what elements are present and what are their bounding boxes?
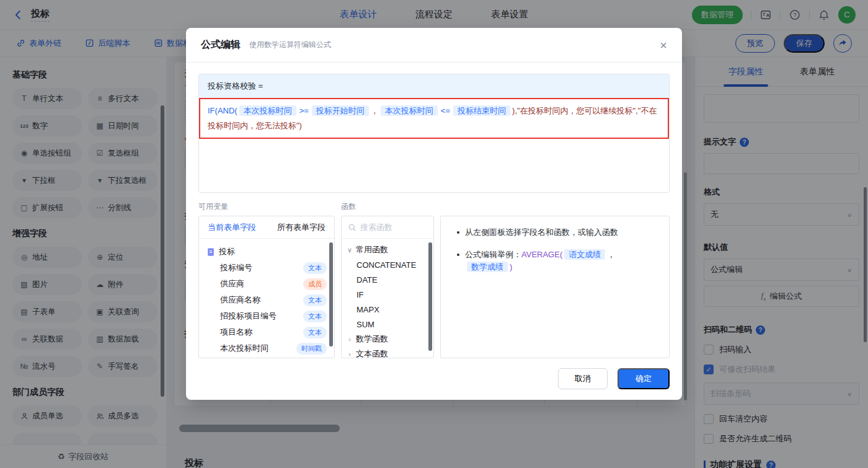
type-badge: 时间戳 [296, 343, 327, 355]
function-search-input[interactable] [360, 223, 422, 232]
formula-box: 投标资格校验 = IF(AND(本次投标时间>=投标开始时间，本次投标时间<=投… [198, 74, 670, 193]
function-group-label: 数学函数 [356, 333, 388, 345]
field-chip[interactable]: 本次投标时间 [381, 105, 438, 116]
variable-供应商[interactable]: 供应商成员 [206, 276, 334, 292]
variable-name: 本次投标时间 [220, 343, 296, 354]
field-chip[interactable]: 本次投标时间 [239, 105, 296, 116]
variable-本次投标时间[interactable]: 本次投标时间时间戳 [206, 340, 334, 356]
tab-all-form-fields[interactable]: 所有表单字段 [277, 222, 326, 233]
chevron-down-icon: ∨ [347, 246, 353, 254]
formula-error-highlight: IF(AND(本次投标时间>=投标开始时间，本次投标时间<=投标结束时间),"在… [199, 98, 669, 139]
formula-token: ， [607, 250, 615, 259]
function-search [342, 216, 433, 239]
variables-scrollbar[interactable] [329, 242, 333, 347]
function-group-label: 文本函数 [356, 348, 388, 358]
modal-body: 投标资格校验 = IF(AND(本次投标时间>=投标开始时间，本次投标时间<=投… [186, 63, 682, 402]
variable-项目名称[interactable]: 项目名称文本 [206, 324, 334, 340]
variables-label: 可用变量 [198, 201, 341, 212]
variables-panel: 当前表单字段 所有表单字段 投标投标编号文本供应商成员供应商名称文本招投标项目编… [198, 216, 335, 358]
confirm-button[interactable]: 确定 [618, 368, 670, 389]
hint-item: 从左侧面板选择字段名和函数，或输入函数 [457, 226, 659, 239]
function-group-label: 常用函数 [356, 244, 388, 255]
type-badge: 文本 [303, 294, 327, 306]
formula-target-field: 投标资格校验 = [199, 74, 669, 98]
modal-columns: 当前表单字段 所有表单字段 投标投标编号文本供应商成员供应商名称文本招投标项目编… [198, 216, 670, 358]
modal-subtitle: 使用数学运算符编辑公式 [249, 40, 331, 50]
modal-title: 公式编辑 [201, 38, 241, 51]
close-icon[interactable]: × [660, 39, 667, 51]
variable-供应商名称[interactable]: 供应商名称文本 [206, 292, 334, 308]
variable-name: 招投标项目编号 [220, 311, 303, 322]
functions-scrollbar[interactable] [428, 242, 432, 351]
function-group-数学函数[interactable]: ›数学函数 [342, 332, 433, 347]
field-chip[interactable]: 投标结束时间 [453, 105, 510, 116]
modal-footer: 取消 确定 [198, 368, 670, 402]
type-badge: 文本 [303, 311, 327, 322]
tab-current-form-fields[interactable]: 当前表单字段 [208, 222, 256, 233]
tree-root-label: 投标 [219, 246, 235, 257]
formula-token: 公式编辑举例： [465, 250, 521, 259]
type-badge: 文本 [303, 327, 327, 338]
function-group-常用函数[interactable]: ∨常用函数 [342, 242, 433, 257]
formula-token: ， [371, 106, 379, 115]
formula-edit-modal: 公式编辑 使用数学运算符编辑公式 × 投标资格校验 = IF(AND(本次投标时… [186, 28, 682, 400]
variables-tabs: 当前表单字段 所有表单字段 [199, 216, 334, 239]
cancel-button[interactable]: 取消 [558, 368, 608, 389]
function-group-文本函数[interactable]: ›文本函数 [342, 347, 433, 358]
chevron-right-icon: › [347, 350, 353, 358]
field-chip[interactable]: 语文成绩 [564, 249, 605, 260]
function-SUM[interactable]: SUM [342, 317, 433, 332]
variable-name: 供应商名称 [220, 294, 303, 306]
variable-招投标项目编号[interactable]: 招投标项目编号文本 [206, 308, 334, 324]
modal-header: 公式编辑 使用数学运算符编辑公式 × [186, 28, 682, 63]
form-doc-icon [206, 247, 215, 257]
hint-panel: 从左侧面板选择字段名和函数，或输入函数 公式编辑举例：AVERAGE(语文成绩，… [440, 216, 670, 358]
function-DATE[interactable]: DATE [342, 272, 433, 287]
function-MAPX[interactable]: MAPX [342, 302, 433, 317]
formula-token: AVERAGE( [521, 250, 562, 259]
functions-label: 函数 [341, 201, 356, 212]
function-IF[interactable]: IF [342, 287, 433, 302]
variable-name: 项目名称 [220, 327, 303, 338]
type-badge: 成员 [303, 278, 327, 290]
formula-token: >= [299, 106, 309, 115]
hint-example: 公式编辑举例：AVERAGE(语文成绩，数学成绩) [457, 249, 659, 273]
formula-editor[interactable]: IF(AND(本次投标时间>=投标开始时间，本次投标时间<=投标结束时间),"在… [199, 98, 669, 192]
variable-投标编号[interactable]: 投标编号文本 [206, 260, 334, 276]
variable-name: 供应商 [220, 278, 303, 289]
functions-panel: ∨常用函数CONCATENATEDATEIFMAPXSUM›数学函数›文本函数 [341, 216, 434, 358]
bullet-icon [457, 254, 459, 256]
chevron-right-icon: › [347, 335, 353, 343]
variable-name: 投标编号 [220, 262, 303, 273]
formula-token: ) [510, 262, 512, 272]
formula-token: <= [441, 106, 450, 115]
bullet-icon [457, 231, 459, 234]
panel-labels: 可用变量 函数 [198, 201, 670, 212]
tree-root-form[interactable]: 投标 [206, 244, 334, 260]
search-icon [348, 223, 356, 232]
field-chip[interactable]: 数学成绩 [467, 262, 508, 272]
app-root: 投标 表单设计流程设定表单设置 数据管理 A ? C 表单外链后端脚本数据权 预… [0, 0, 868, 468]
function-CONCATENATE[interactable]: CONCATENATE [342, 257, 433, 272]
formula-token: IF(AND( [208, 106, 237, 115]
type-badge: 文本 [303, 262, 327, 274]
field-chip[interactable]: 投标开始时间 [312, 105, 369, 116]
